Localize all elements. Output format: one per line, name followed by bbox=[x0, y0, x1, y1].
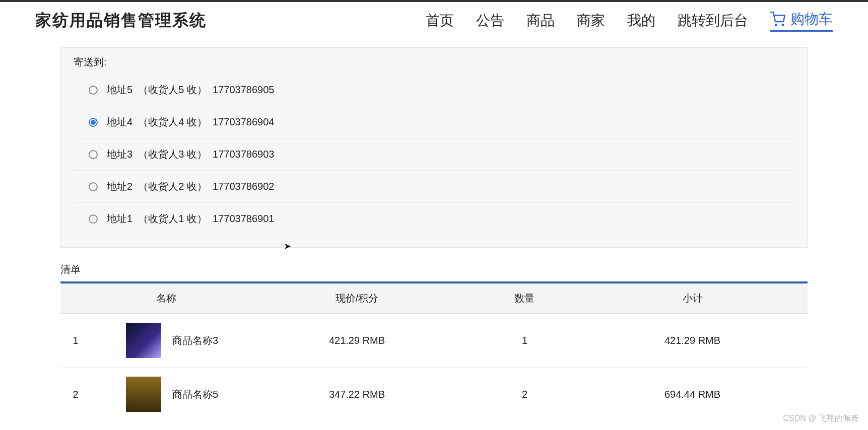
col-name: 名称 bbox=[91, 282, 242, 314]
order-table: 名称 现价/积分 数量 小计 1 商品名称3 421.29 RMB 1 421.… bbox=[60, 281, 808, 421]
address-option-4[interactable]: 地址1 （收货人1 收） 17703786901 bbox=[74, 203, 794, 235]
table-row: 1 商品名称3 421.29 RMB 1 421.29 RMB bbox=[60, 314, 808, 368]
nav-admin[interactable]: 跳转到后台 bbox=[678, 11, 748, 30]
address-label: 地址2 （收货人2 收） 17703786902 bbox=[107, 180, 274, 193]
cell-subtotal: 421.29 RMB bbox=[577, 314, 808, 368]
nav-home[interactable]: 首页 bbox=[426, 11, 454, 30]
address-label: 地址5 （收货人5 收） 17703786905 bbox=[107, 83, 274, 97]
cell-price: 347.22 RMB bbox=[242, 368, 472, 421]
nav-goods[interactable]: 商品 bbox=[526, 11, 555, 30]
col-qty: 数量 bbox=[472, 282, 577, 314]
address-option-3[interactable]: 地址2 （收货人2 收） 17703786902 bbox=[74, 171, 794, 203]
radio-icon[interactable] bbox=[89, 118, 98, 127]
svg-point-0 bbox=[775, 24, 777, 26]
nav-mine[interactable]: 我的 bbox=[627, 11, 655, 30]
cell-subtotal: 694.44 RMB bbox=[577, 368, 808, 421]
address-label: 地址1 （收货人1 收） 17703786901 bbox=[107, 212, 274, 226]
address-label: 地址3 （收货人3 收） 17703786903 bbox=[107, 148, 274, 161]
radio-icon[interactable] bbox=[89, 214, 98, 224]
cell-qty: 1 bbox=[472, 314, 577, 368]
list-title: 清单 bbox=[60, 263, 808, 276]
cell-index: 2 bbox=[60, 368, 91, 421]
nav-merchant[interactable]: 商家 bbox=[577, 11, 605, 30]
shipping-panel: 寄送到: 地址5 （收货人5 收） 17703786905 地址4 （收货人4 … bbox=[60, 47, 808, 248]
radio-icon[interactable] bbox=[89, 150, 98, 159]
radio-icon[interactable] bbox=[89, 182, 98, 191]
nav-links: 首页 公告 商品 商家 我的 跳转到后台 购物车 bbox=[426, 10, 833, 32]
table-header-row: 名称 现价/积分 数量 小计 bbox=[60, 282, 808, 314]
radio-icon[interactable] bbox=[89, 86, 98, 95]
cell-name: 商品名称5 bbox=[91, 368, 242, 421]
product-name: 商品名称5 bbox=[172, 388, 218, 401]
nav-cart-label: 购物车 bbox=[790, 10, 833, 29]
svg-point-1 bbox=[782, 24, 784, 26]
brand-title: 家纺用品销售管理系统 bbox=[35, 10, 207, 32]
product-thumb-icon bbox=[126, 323, 161, 358]
cell-qty: 2 bbox=[472, 368, 577, 421]
cell-name: 商品名称3 bbox=[91, 314, 242, 368]
col-price: 现价/积分 bbox=[242, 282, 472, 314]
nav-cart[interactable]: 购物车 bbox=[770, 10, 833, 32]
address-option-1[interactable]: 地址4 （收货人4 收） 17703786904 bbox=[74, 106, 794, 138]
address-option-2[interactable]: 地址3 （收货人3 收） 17703786903 bbox=[74, 138, 794, 171]
address-label: 地址4 （收货人4 收） 17703786904 bbox=[107, 115, 274, 129]
cell-index: 1 bbox=[60, 314, 91, 368]
shipping-title: 寄送到: bbox=[74, 55, 794, 69]
col-index bbox=[60, 282, 91, 314]
table-row: 2 商品名称5 347.22 RMB 2 694.44 RMB bbox=[60, 368, 808, 421]
address-option-0[interactable]: 地址5 （收货人5 收） 17703786905 bbox=[74, 74, 794, 106]
product-thumb-icon bbox=[126, 377, 161, 412]
nav-notice[interactable]: 公告 bbox=[476, 11, 504, 30]
cart-icon bbox=[770, 12, 785, 27]
top-nav: 家纺用品销售管理系统 首页 公告 商品 商家 我的 跳转到后台 购物车 bbox=[0, 2, 868, 42]
cell-price: 421.29 RMB bbox=[242, 314, 472, 368]
product-name: 商品名称3 bbox=[172, 334, 218, 347]
col-subtotal: 小计 bbox=[577, 282, 808, 314]
